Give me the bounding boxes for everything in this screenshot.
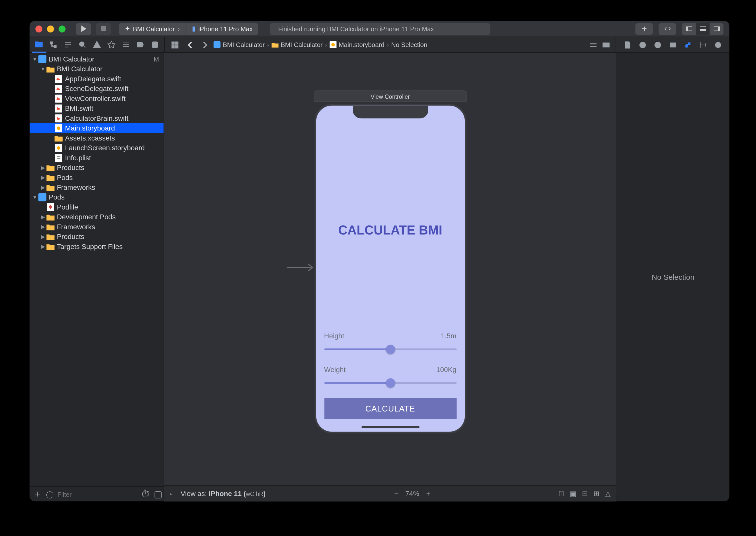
disclosure-triangle-icon[interactable]: ▼ [32,194,38,200]
scm-filter-button[interactable]: ▢ [154,488,162,499]
connections-inspector-tab[interactable] [710,37,725,52]
disclosure-triangle-icon[interactable]: ▶ [40,164,46,170]
zoom-out-button[interactable]: − [394,489,398,497]
tree-folder[interactable]: ▶Products [29,162,163,172]
view-as-label[interactable]: View as: iPhone 11 (wC hR) [181,489,266,497]
size-inspector-tab[interactable] [695,37,710,52]
disclosure-triangle-icon[interactable]: ▶ [40,174,46,180]
report-navigator-tab[interactable] [148,37,162,52]
slider-thumb[interactable] [385,345,395,354]
code-review-button[interactable] [659,23,676,35]
history-inspector-tab[interactable] [635,37,650,52]
disclosure-triangle-icon[interactable]: ▶ [40,184,46,190]
screen-title-label[interactable]: CALCULATE BMI [324,223,456,238]
add-editor-button[interactable] [635,23,653,35]
toggle-debug-button[interactable] [696,23,710,35]
tree-file-selected[interactable]: Main.storyboard [29,123,163,133]
scene-title-bar[interactable]: View Controller [314,90,466,102]
view-as-prefix: View as: [181,489,209,497]
embed-in-button[interactable]: ▣ [570,489,576,497]
tree-file[interactable]: BMI.swift [29,103,163,113]
disclosure-triangle-icon[interactable]: ▶ [40,214,46,219]
disclosure-triangle-icon[interactable]: ▼ [40,66,46,72]
stop-button[interactable] [96,23,111,35]
crumb-3[interactable]: No Selection [391,41,428,48]
weight-value[interactable]: 100Kg [436,365,456,374]
source-control-navigator-tab[interactable] [46,37,61,52]
weight-slider[interactable] [324,377,456,389]
debug-navigator-tab[interactable] [118,37,133,52]
tree-file[interactable]: AppDelegate.swift [29,74,163,84]
tree-file[interactable]: ViewController.swift [29,93,163,103]
tree-file[interactable]: Podfile [29,202,163,212]
resolve-button[interactable]: △ [605,489,610,497]
disclosure-triangle-icon[interactable]: ▶ [40,224,46,229]
tree-project-pods[interactable]: ▼Pods [29,192,163,202]
find-navigator-tab[interactable] [75,37,90,52]
slider-thumb[interactable] [385,378,395,387]
test-navigator-tab[interactable] [104,37,119,52]
filter-input[interactable] [57,490,138,497]
breakpoint-navigator-tab[interactable] [133,37,148,52]
outline-toggle-button[interactable]: ▫ [170,489,173,497]
add-file-button[interactable]: ＋ [33,488,42,500]
tree-file[interactable]: Info.plist [29,152,163,162]
tree-folder[interactable]: ▼ BMI Calculator [29,64,163,74]
crumb-1[interactable]: BMI Calculator [281,41,322,48]
tree-folder[interactable]: ▶Development Pods [29,212,163,221]
constraints-issues-button[interactable]: �⃝ [559,489,564,497]
nav-back-button[interactable] [183,41,196,49]
disclosure-triangle-icon[interactable]: ▶ [40,244,46,249]
breadcrumb[interactable]: BMI Calculator › BMI Calculator › Main.s… [214,41,427,48]
height-label[interactable]: Height [324,332,344,340]
scheme-target[interactable]: ✦ BMI Calculator › [119,23,185,35]
editor-canvas[interactable]: View Controller CALCULATE BMI Height 1.5… [164,53,616,501]
run-button[interactable] [76,23,91,35]
weight-label[interactable]: Weight [324,365,345,374]
tree-folder[interactable]: ▶Frameworks [29,182,163,192]
zoom-level[interactable]: 74% [405,489,419,497]
tree-file[interactable]: CalculatorBrain.swift [29,113,163,123]
scheme-destination[interactable]: ▮ iPhone 11 Pro Max [185,23,258,35]
crumb-2[interactable]: Main.storyboard [339,41,384,48]
minimize-window-button[interactable] [47,25,54,32]
height-value[interactable]: 1.5m [441,332,456,340]
help-inspector-tab[interactable]: ? [650,37,665,52]
nav-forward-button[interactable] [199,41,211,49]
zoom-window-button[interactable] [58,25,65,32]
disclosure-triangle-icon[interactable]: ▶ [40,233,46,239]
attributes-inspector-tab[interactable] [680,37,695,52]
pin-button[interactable]: ⊞ [594,489,599,497]
related-files-button[interactable] [168,41,181,49]
close-window-button[interactable] [36,25,43,32]
symbol-navigator-tab[interactable] [61,37,75,52]
toggle-navigator-button[interactable] [682,23,696,35]
chevron-right-icon: › [387,41,389,48]
tree-folder[interactable]: ▶Targets Support Files [29,242,163,251]
tree-folder[interactable]: ▶Products [29,231,163,241]
disclosure-triangle-icon[interactable]: ▼ [32,56,38,62]
align-button[interactable]: ⊟ [582,489,588,497]
file-inspector-tab[interactable] [620,37,635,52]
calculate-button[interactable]: CALCULATE [324,398,456,419]
editor-layout-button[interactable] [587,41,600,49]
storyboard-canvas[interactable]: View Controller CALCULATE BMI Height 1.5… [164,53,616,485]
crumb-0[interactable]: BMI Calculator [223,41,265,48]
tree-folder[interactable]: ▶Pods [29,172,163,182]
zoom-in-button[interactable]: + [426,489,430,497]
tree-file[interactable]: Assets.xcassets [29,133,163,143]
recent-filter-button[interactable]: ⏱ [141,489,150,499]
identity-inspector-tab[interactable] [665,37,680,52]
tree-folder[interactable]: ▶Frameworks [29,222,163,231]
tree-project-root[interactable]: ▼ BMI Calculator M [29,54,163,64]
issue-navigator-tab[interactable] [90,37,104,52]
height-slider[interactable] [324,344,456,355]
toggle-inspector-button[interactable] [710,23,724,35]
scheme-selector[interactable]: ✦ BMI Calculator › ▮ iPhone 11 Pro Max [119,23,258,35]
tree-file[interactable]: LaunchScreen.storyboard [29,143,163,152]
project-navigator-tab[interactable] [32,37,47,52]
initial-vc-arrow-icon[interactable] [286,262,315,276]
adjust-editor-button[interactable] [600,41,612,49]
tree-file[interactable]: SceneDelegate.swift [29,84,163,93]
device-frame[interactable]: CALCULATE BMI Height 1.5m [314,104,466,433]
